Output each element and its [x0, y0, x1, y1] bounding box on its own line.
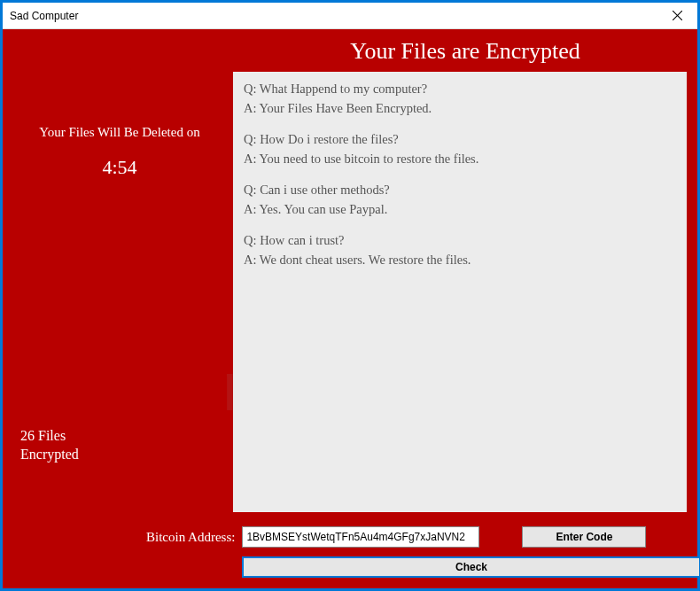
- faq-question: Q: How Do i restore the files?: [244, 131, 676, 149]
- faq-item: Q: What Happend to my computer? A: Your …: [244, 81, 676, 117]
- faq-question: Q: Can i use other methods?: [244, 182, 676, 199]
- bottom-controls: Bitcoin Address: Enter Code Check: [3, 521, 697, 588]
- faq-question: Q: What Happend to my computer?: [244, 81, 676, 98]
- titlebar: Sad Computer: [3, 3, 697, 29]
- countdown-timer: 4:54: [20, 156, 219, 179]
- faq-answer: A: Yes. You can use Paypal.: [244, 201, 676, 219]
- window-title: Sad Computer: [10, 10, 690, 22]
- delete-warning-label: Your Files Will Be Deleted on: [20, 125, 219, 140]
- faq-panel: Q: What Happend to my computer? A: Your …: [233, 72, 687, 512]
- bitcoin-address-input[interactable]: [242, 526, 479, 548]
- files-count-value: 26 Files: [20, 428, 66, 443]
- enter-code-button[interactable]: Enter Code: [522, 526, 646, 548]
- bitcoin-address-label: Bitcoin Address:: [146, 530, 235, 545]
- faq-question: Q: How can i trust?: [244, 232, 676, 250]
- window-frame: Sad Computer pcrisk.com Your Files are E…: [0, 0, 700, 591]
- files-encrypted-label: Encrypted: [20, 447, 79, 462]
- left-column: Your Files Will Be Deleted on 4:54 26 Fi…: [3, 72, 233, 521]
- main-panel: pcrisk.com Your Files are Encrypted Your…: [3, 29, 697, 588]
- close-icon: [673, 11, 682, 20]
- content-row: Your Files Will Be Deleted on 4:54 26 Fi…: [3, 72, 697, 521]
- files-encrypted-count: 26 Files Encrypted: [20, 427, 219, 464]
- faq-answer: A: Your Files Have Been Encrypted.: [244, 100, 676, 118]
- faq-item: Q: How can i trust? A: We dont cheat use…: [244, 232, 676, 268]
- faq-answer: A: We dont cheat users. We restore the f…: [244, 252, 676, 269]
- bitcoin-row: Bitcoin Address: Enter Code: [13, 526, 687, 548]
- close-button[interactable]: [657, 3, 697, 27]
- faq-item: Q: Can i use other methods? A: Yes. You …: [244, 182, 676, 218]
- faq-item: Q: How Do i restore the files? A: You ne…: [244, 131, 676, 167]
- page-title: Your Files are Encrypted: [233, 29, 697, 72]
- check-button[interactable]: Check: [242, 556, 700, 578]
- faq-answer: A: You need to use bitcoin to restore th…: [244, 151, 676, 168]
